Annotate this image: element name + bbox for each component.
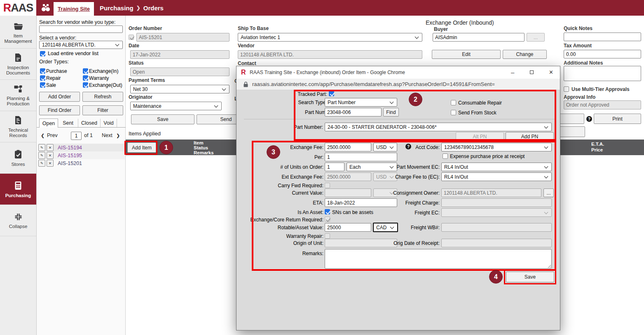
remove-order-icon[interactable]: ✕ — [47, 144, 54, 151]
clipboard-check-icon — [13, 149, 23, 160]
ship-to-base-label: Ship To Base — [238, 26, 269, 31]
order-link[interactable]: AIS-15195 — [58, 153, 82, 158]
page-number-input[interactable] — [71, 132, 82, 140]
remove-order-icon[interactable]: ✕ — [47, 152, 54, 159]
tax-amount-input[interactable] — [564, 50, 641, 58]
sidebar-item-purchasing[interactable]: Purchasing — [0, 174, 36, 205]
payment-terms-select[interactable]: Net 30 — [130, 85, 229, 93]
consignment-owner-label: Consignment Owner: — [352, 190, 440, 196]
search-type-label: Search Type: — [278, 100, 327, 105]
freight-wb-input — [441, 223, 552, 232]
additional-notes-textarea[interactable] — [564, 66, 641, 81]
order-save-button[interactable]: Save — [131, 114, 194, 124]
consumable-repair-checkbox[interactable] — [451, 100, 456, 105]
prev-button[interactable]: Prev — [47, 133, 58, 138]
breadcrumb-page: Orders — [143, 5, 164, 12]
multi-tier-approvals-checkbox[interactable] — [564, 86, 569, 92]
prev-chevron-icon[interactable]: ❮ — [41, 133, 44, 138]
carry-fwd-label: Carry Fwd Required: — [248, 183, 323, 188]
tab-training-site-label: Training Site — [58, 6, 90, 12]
buyer-input[interactable] — [433, 33, 525, 42]
remove-order-icon[interactable]: ✕ — [47, 160, 54, 167]
quick-notes-input[interactable] — [564, 33, 641, 41]
send-from-stock-checkbox[interactable] — [451, 110, 456, 115]
tax-amount-label: Tax Amount — [564, 43, 592, 49]
edit-order-icon[interactable]: ✎ — [38, 144, 45, 151]
part-num-input[interactable] — [325, 108, 382, 116]
find-order-button[interactable]: Find Order — [39, 105, 80, 115]
tab-closed[interactable]: Closed — [78, 119, 101, 127]
edit-order-icon[interactable]: ✎ — [38, 160, 45, 167]
next-button[interactable]: Next — [102, 133, 112, 138]
print-button[interactable]: Print — [594, 114, 641, 124]
remarks-textarea[interactable] — [325, 249, 552, 269]
planning-icon — [13, 84, 23, 94]
order-type-purchase-checkbox[interactable] — [40, 68, 45, 74]
order-type-warranty-checkbox[interactable] — [83, 75, 88, 81]
sidebar-item-item-management[interactable]: Item Management — [0, 17, 36, 49]
buyer-lookup-button[interactable]: ... — [527, 33, 545, 42]
binoculars-icon[interactable] — [40, 3, 51, 13]
minimize-icon[interactable]: – — [511, 70, 514, 75]
add-item-button[interactable]: Add Item — [127, 142, 156, 153]
refresh-button[interactable]: Refresh — [82, 92, 123, 102]
maximize-icon[interactable] — [530, 70, 534, 74]
close-icon[interactable]: ✕ — [549, 70, 553, 75]
change-button[interactable]: Change — [503, 50, 547, 59]
dialog-url[interactable]: raasais.aviationintertec.com/app/Purchas… — [252, 81, 495, 87]
order-type-sale-checkbox[interactable] — [40, 82, 45, 88]
per-input[interactable] — [325, 153, 397, 161]
sidebar-item-collapse[interactable]: Collapse — [0, 205, 36, 236]
help-icon[interactable]: ? — [586, 116, 592, 122]
sidebar-item-stores[interactable]: Stores — [0, 142, 36, 174]
part-movement-ec-select[interactable]: RL4 In/Out — [441, 163, 552, 171]
order-link[interactable]: AIS-15201 — [58, 161, 82, 166]
logo-text-aas: AAS — [11, 2, 33, 14]
send-from-stock-label: Send From Stock — [458, 110, 496, 116]
find-button[interactable]: Find — [383, 108, 399, 116]
order-type-exchange-out-checkbox[interactable] — [83, 82, 88, 88]
consignment-lookup-button[interactable]: ... — [543, 188, 554, 197]
pagination: ❮ Prev of 1 Next ❯ — [37, 132, 126, 141]
tracked-part-checkbox[interactable] — [329, 91, 334, 96]
tab-label: Closed — [81, 120, 97, 126]
dialog-title-bar[interactable]: R RAAS Training Site - Exchange (inbound… — [237, 66, 560, 79]
charge-fee-to-ec-select[interactable]: RL4 In/Out — [441, 172, 552, 181]
filter-button[interactable]: Filter — [82, 105, 123, 115]
calculator-icon — [13, 180, 23, 191]
edit-order-icon[interactable]: ✎ — [38, 152, 45, 159]
order-type-exchange-in-checkbox[interactable] — [83, 68, 88, 74]
sidebar-item-technical-records[interactable]: Technical Records — [0, 111, 36, 142]
is-an-asset-checkbox[interactable] — [325, 209, 330, 214]
order-link[interactable]: AIS-15194 — [58, 145, 82, 151]
vendor-select[interactable]: 1201148 ALBERTA LTD. — [39, 41, 123, 49]
exchange-fee-label: Exchange Fee: — [248, 144, 323, 150]
part-number-value: 24-30-00 - STARTER GENERATOR - 23048-006… — [328, 124, 437, 130]
tab-void[interactable]: Void — [101, 119, 117, 127]
tab-open[interactable]: Open — [39, 119, 58, 128]
alt-pn-button[interactable]: Alt PN — [456, 132, 504, 141]
tab-training-site[interactable]: Training Site — [54, 2, 94, 16]
originator-select[interactable]: Maintenance — [130, 102, 222, 110]
next-chevron-icon[interactable]: ❯ — [116, 133, 120, 138]
add-order-button[interactable]: Add Order — [39, 92, 80, 102]
edit-button[interactable]: Edit — [432, 50, 501, 59]
vendor-search-input[interactable] — [39, 26, 123, 33]
technical-records-icon — [13, 115, 23, 126]
top-bar: RAAS Training Site Purchasing ❯ Orders — [0, 0, 644, 16]
search-type-select[interactable]: Part Number — [325, 98, 397, 107]
search-type-value: Part Number — [328, 100, 356, 105]
sidebar-item-planning-production[interactable]: Planning & Production — [0, 80, 36, 111]
dialog-save-button[interactable]: Save — [506, 272, 554, 282]
add-pn-button[interactable]: Add PN — [506, 132, 554, 141]
tab-sent[interactable]: Sent — [58, 119, 78, 127]
sidebar-item-inspection-documents[interactable]: Inspection Documents — [0, 49, 36, 80]
load-vendor-list-checkbox[interactable] — [40, 51, 45, 56]
acct-code-select[interactable]: 123456789012345678 — [441, 143, 552, 151]
units-on-order-input[interactable] — [325, 163, 344, 171]
part-number-select[interactable]: 24-30-00 - STARTER GENERATOR - 23048-006… — [325, 123, 552, 131]
order-type-repair-checkbox[interactable] — [40, 75, 45, 81]
expense-at-receipt-checkbox[interactable] — [443, 154, 448, 159]
breadcrumb-section[interactable]: Purchasing — [100, 5, 133, 12]
ship-to-base-select[interactable]: Aviation Intertec 1 — [238, 33, 422, 42]
